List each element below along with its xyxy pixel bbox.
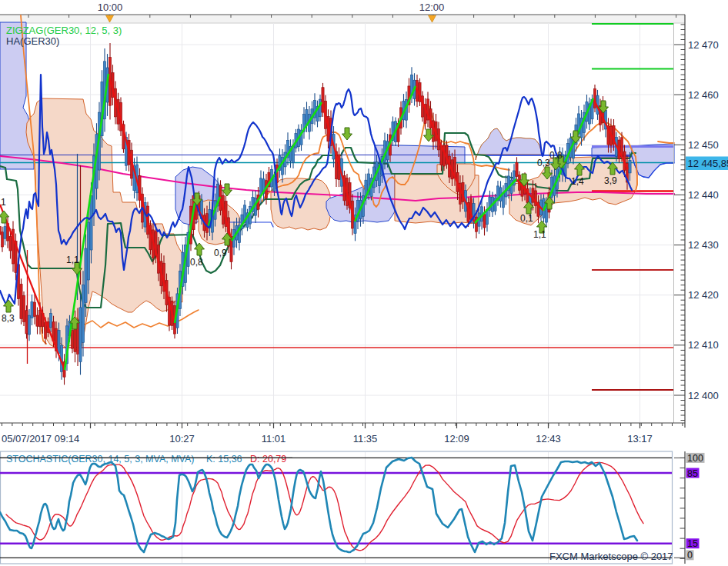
svg-text:100: 100 (687, 453, 703, 464)
svg-text:ZIGZAG(GER30, 12, 5, 3): ZIGZAG(GER30, 12, 5, 3) (6, 25, 122, 36)
svg-text:12 420: 12 420 (688, 289, 719, 301)
svg-text:11:35: 11:35 (353, 433, 378, 444)
svg-text:12 460: 12 460 (688, 89, 719, 101)
svg-text:11:01: 11:01 (262, 433, 286, 444)
svg-text:0: 0 (687, 550, 693, 561)
svg-text:12:00: 12:00 (419, 2, 445, 13)
svg-text:FXCM Marketscope © 2017: FXCM Marketscope © 2017 (549, 551, 673, 562)
svg-text:12 445,85: 12 445,85 (688, 158, 728, 169)
svg-text:12:09: 12:09 (444, 433, 469, 444)
svg-text:15: 15 (687, 538, 698, 549)
svg-text:D: 20,79: D: 20,79 (250, 454, 286, 464)
svg-text:1,1: 1,1 (533, 229, 546, 240)
svg-text:0,8: 0,8 (190, 257, 203, 268)
svg-text:1,1: 1,1 (66, 255, 79, 265)
svg-text:10:00: 10:00 (98, 2, 123, 13)
svg-text:1: 1 (1, 197, 6, 208)
svg-text:STOCHASTIC(GER30, 14, 5, 3, MV: STOCHASTIC(GER30, 14, 5, 3, MVA, MVA) (6, 454, 195, 464)
svg-text:12 430: 12 430 (688, 239, 719, 251)
svg-text:13:17: 13:17 (627, 433, 653, 444)
svg-text:12 410: 12 410 (688, 339, 719, 351)
svg-text:05/07/2017 09:14: 05/07/2017 09:14 (2, 433, 79, 444)
svg-text:3,9: 3,9 (604, 175, 617, 186)
svg-text:12 450: 12 450 (688, 139, 719, 151)
svg-text:0,3: 0,3 (537, 158, 550, 168)
svg-text:12 440: 12 440 (688, 189, 719, 201)
svg-text:8,3: 8,3 (2, 313, 15, 324)
svg-text:12 470: 12 470 (688, 39, 719, 51)
svg-text:10:27: 10:27 (169, 433, 195, 444)
svg-text:K: 15,36: K: 15,36 (206, 454, 242, 464)
svg-text:1,4: 1,4 (571, 176, 584, 187)
svg-text:85: 85 (687, 468, 698, 479)
svg-text:0,8: 0,8 (549, 150, 563, 161)
svg-text:12:43: 12:43 (536, 433, 561, 444)
svg-text:0,1: 0,1 (520, 213, 533, 224)
svg-text:12 400: 12 400 (688, 390, 719, 401)
svg-text:0,9: 0,9 (214, 248, 227, 258)
svg-text:HA(GER30): HA(GER30) (6, 35, 59, 47)
